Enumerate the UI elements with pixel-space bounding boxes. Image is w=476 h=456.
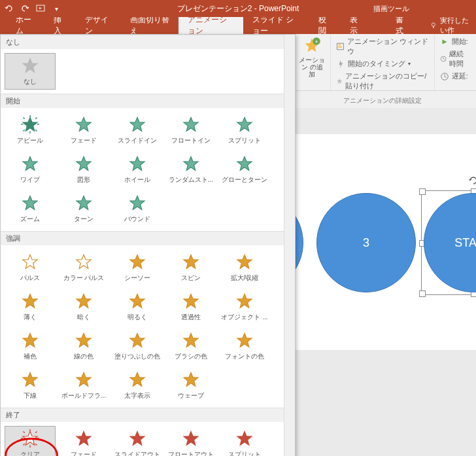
gallery-item-emphasis-7[interactable]: 明るく: [112, 289, 163, 325]
gallery-item-entrance-5[interactable]: ワイプ: [5, 151, 56, 188]
timing-group: 開始: 継続時間 遅延:: [435, 34, 476, 90]
svg-marker-38: [23, 294, 37, 308]
gallery-item-entrance-4[interactable]: スプリット: [219, 112, 270, 149]
delay-input[interactable]: 遅延:: [440, 71, 471, 81]
tell-me[interactable]: 実行したい作: [430, 16, 476, 35]
shape-circle-3[interactable]: 3: [316, 193, 416, 292]
gallery-item-emphasis-0[interactable]: パルス: [5, 249, 56, 286]
animation-star-icon: [128, 194, 146, 213]
trigger-button[interactable]: 開始のタイミング ▾: [336, 59, 429, 69]
resize-handle[interactable]: [419, 188, 426, 195]
gallery-item-label: 線の色: [60, 352, 108, 361]
gallery-item-emphasis-12[interactable]: 塗りつぶしの色: [112, 328, 163, 364]
gallery-item-label: ホイール: [113, 175, 162, 184]
gallery-item-emphasis-4[interactable]: 拡大/収縮: [219, 249, 270, 286]
gallery-item-entrance-12[interactable]: バウンド: [112, 190, 163, 227]
tab-animations[interactable]: アニメーション: [178, 17, 243, 34]
tab-home[interactable]: ホーム: [7, 17, 44, 34]
gallery-item-emphasis-17[interactable]: 太字表示: [112, 367, 163, 404]
gallery-item-emphasis-14[interactable]: フォントの色: [219, 328, 270, 364]
gallery-item-emphasis-8[interactable]: 透過性: [165, 289, 216, 325]
gallery-item-exit-4[interactable]: スプリット: [219, 426, 270, 456]
gallery-item-label: 拡大/収縮: [220, 273, 269, 283]
tab-format[interactable]: 書式: [386, 17, 418, 34]
gallery-item-emphasis-3[interactable]: スピン: [165, 249, 216, 286]
tab-transitions[interactable]: 画面切り替え: [121, 17, 178, 34]
gallery-item-emphasis-5[interactable]: 薄く: [5, 289, 56, 325]
gallery-item-emphasis-10[interactable]: 補色: [5, 328, 56, 364]
gallery-item-entrance-7[interactable]: ホイール: [112, 151, 163, 188]
gallery-item-exit-1[interactable]: フェード: [58, 426, 109, 456]
gallery-item-label: 補色: [6, 352, 54, 361]
svg-marker-27: [130, 157, 144, 171]
gallery-scrollbar[interactable]: [284, 35, 295, 456]
svg-marker-28: [184, 157, 198, 171]
gallery-item-emphasis-1[interactable]: カラー パルス: [58, 249, 109, 286]
gallery-item-label: カラー パルス: [60, 273, 108, 283]
animation-star-icon: [182, 370, 200, 390]
trigger-label: 開始のタイミング: [348, 59, 405, 69]
gallery-item-none-0[interactable]: なし: [5, 53, 56, 90]
duration-input[interactable]: 継続時間: [440, 49, 471, 69]
animation-star-icon: [75, 253, 93, 272]
gallery-item-label: 塗りつぶしの色: [113, 352, 162, 361]
gallery-item-emphasis-9[interactable]: オブジェクト ...: [219, 289, 270, 325]
redo-icon[interactable]: [20, 3, 30, 14]
gallery-item-label: なし: [6, 77, 54, 86]
rotate-handle-icon[interactable]: [468, 175, 476, 187]
section-emphasis: 強調: [1, 231, 295, 245]
gallery-item-entrance-9[interactable]: グローとターン: [219, 151, 270, 188]
animation-painter-button[interactable]: アニメーションのコピー/貼り付け: [336, 71, 429, 91]
svg-marker-51: [184, 373, 198, 387]
gallery-item-entrance-8[interactable]: ランダムスト...: [165, 151, 216, 188]
gallery-item-entrance-0[interactable]: アピール: [5, 112, 56, 149]
gallery-item-exit-2[interactable]: スライドアウト: [112, 426, 163, 456]
animation-pane-button[interactable]: アニメーション ウィンドウ: [336, 37, 429, 56]
gallery-item-label: 透過性: [167, 313, 215, 322]
svg-marker-34: [76, 255, 91, 269]
gallery-item-label: スライドイン: [113, 136, 162, 145]
undo-icon[interactable]: [4, 3, 14, 14]
svg-marker-62: [130, 432, 144, 446]
start-from-beginning-icon[interactable]: [35, 3, 46, 14]
tab-slideshow[interactable]: スライド ショー: [243, 17, 309, 34]
ribbon-tabs: ホーム 挿入 デザイン 画面切り替え アニメーション スライド ショー 校閲 表…: [0, 17, 476, 34]
gallery-item-emphasis-13[interactable]: ブラシの色: [165, 328, 216, 364]
add-animation-button[interactable]: + メーション の追加: [294, 34, 331, 90]
tab-view[interactable]: 表示: [341, 17, 372, 34]
gallery-item-emphasis-15[interactable]: 下線: [5, 367, 56, 404]
slide[interactable]: 2 3 START: [296, 134, 476, 350]
start-dropdown[interactable]: 開始:: [440, 37, 471, 46]
gallery-item-entrance-11[interactable]: ターン: [58, 190, 109, 227]
gallery-item-entrance-6[interactable]: 図形: [58, 151, 109, 188]
section-exit: 終了: [1, 408, 295, 422]
gallery-item-entrance-2[interactable]: スライドイン: [112, 112, 163, 149]
svg-marker-47: [237, 334, 252, 347]
gallery-item-label: バウンド: [113, 215, 162, 224]
gallery-item-exit-3[interactable]: フロートアウト: [165, 426, 216, 456]
gallery-item-label: オブジェクト ...: [220, 313, 269, 322]
gallery-item-entrance-10[interactable]: ズーム: [5, 190, 56, 227]
animation-star-icon: [21, 331, 39, 351]
tab-insert[interactable]: 挿入: [44, 17, 76, 34]
svg-marker-11: [23, 59, 37, 73]
gallery-item-label: ワイプ: [6, 175, 54, 184]
gallery-item-emphasis-11[interactable]: 線の色: [58, 328, 109, 364]
duration-label: 継続時間: [449, 49, 471, 69]
gallery-item-emphasis-2[interactable]: シーソー: [112, 249, 163, 286]
gallery-item-exit-0[interactable]: クリア: [5, 426, 56, 456]
svg-marker-64: [237, 432, 252, 446]
grid-emphasis: パルスカラー パルスシーソースピン拡大/収縮薄く暗く明るく透過性オブジェクト .…: [1, 245, 295, 408]
gallery-item-entrance-1[interactable]: フェード: [58, 112, 109, 149]
gallery-item-emphasis-18[interactable]: ウェーブ: [165, 367, 216, 404]
tab-review[interactable]: 校閲: [309, 17, 341, 34]
animation-star-icon: [235, 115, 254, 135]
gallery-item-entrance-3[interactable]: フロートイン: [165, 112, 216, 149]
resize-handle[interactable]: [419, 290, 426, 297]
tab-design[interactable]: デザイン: [76, 17, 120, 34]
gallery-item-emphasis-16[interactable]: ボールドフラ...: [58, 367, 109, 404]
gallery-item-label: フェード: [60, 450, 108, 456]
animation-star-icon: [182, 292, 200, 311]
qat-customize-icon[interactable]: ▾: [51, 3, 61, 14]
gallery-item-emphasis-6[interactable]: 暗く: [58, 289, 109, 325]
